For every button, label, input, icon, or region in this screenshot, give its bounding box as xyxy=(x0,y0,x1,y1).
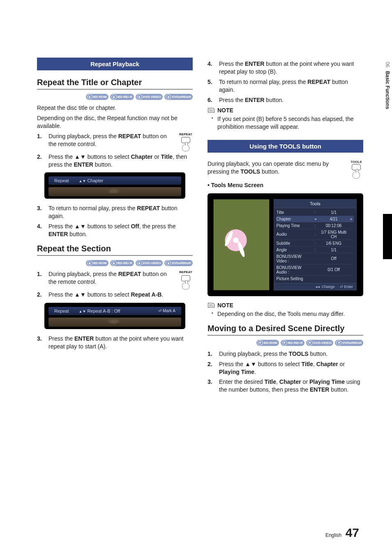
tools-row-label: BONUSVIEW Audio : xyxy=(277,265,312,274)
steps-list: 1. REPEAT During playback, press the REP… xyxy=(37,270,193,299)
osd-label: Repeat xyxy=(54,309,69,313)
disc-badge: BD-ROM xyxy=(86,260,108,266)
step-item: 3. Press the ENTER button at the point w… xyxy=(37,335,193,350)
tools-row-label: Angle xyxy=(277,248,312,252)
step-item: 3. Enter the desired Title, Chapter or P… xyxy=(208,378,363,394)
tools-row-value: 00:12:06 xyxy=(318,223,349,228)
step-item: 2. Press the ▲▼ buttons to select Title,… xyxy=(208,360,363,376)
tools-row: Title:1/1 xyxy=(277,209,354,216)
heading-repeat-section: Repeat the Section xyxy=(37,244,193,253)
step-item: 1. During playback, press the TOOLS butt… xyxy=(208,350,363,358)
osd-value: Repeat A-B : Off xyxy=(87,309,120,313)
enter-icon: ⏎ xyxy=(158,309,161,313)
tools-row-label: Picture Setting xyxy=(277,276,312,281)
osd-video-strip xyxy=(48,318,181,327)
section-title: Basic Functions xyxy=(385,71,390,109)
section-banner: Repeat Playback xyxy=(37,58,193,70)
note-heading: NOTE xyxy=(208,302,363,309)
tools-row-value: 4/21 xyxy=(318,217,349,221)
left-arrow-icon: : xyxy=(314,241,317,245)
video-preview-flower xyxy=(213,199,270,290)
enter-icon: ⏎ xyxy=(340,285,343,289)
intro-text: During playback, you can operate disc me… xyxy=(208,160,363,176)
page-footer: English 47 xyxy=(325,526,359,540)
note-item: If you set point (B) before 5 seconds ha… xyxy=(217,115,363,131)
disc-badge: DVD-VIDEO xyxy=(306,340,333,346)
section-number: 06 xyxy=(385,62,390,67)
left-arrow-icon: : xyxy=(314,223,317,227)
tools-row-value: 1/7 ENG Multi CH xyxy=(318,230,349,239)
tools-row-value: Off xyxy=(318,256,349,261)
steps-list: 1. During playback, press the TOOLS butt… xyxy=(208,350,363,394)
disc-badge: DVD±RW/±R xyxy=(164,260,193,266)
tools-row: BONUSVIEW Video :Off xyxy=(277,253,354,265)
disc-type-badges: BD-ROM BD-RE/-R DVD-VIDEO DVD±RW/±R xyxy=(37,94,193,100)
leftright-arrows-icon: ◂ ▸ xyxy=(316,285,321,289)
disc-badge: BD-RE/-R xyxy=(281,340,304,346)
note-icon xyxy=(208,107,215,113)
tools-row-label: Chapter xyxy=(277,217,312,221)
osd-enter-label: Mark A xyxy=(163,309,175,313)
step-item: 4. Press the ENTER button at the point w… xyxy=(208,60,363,76)
step-item: 6. Press the ENTER button. xyxy=(208,96,363,104)
tools-row: Subtitle:1/6 ENG xyxy=(277,240,354,247)
left-arrow-icon: : xyxy=(314,248,317,252)
step-item: 4. Press the ▲▼ buttons to select Off, t… xyxy=(37,223,193,238)
tools-row-label: Audio xyxy=(277,232,312,237)
disc-badge: BD-RE/-R xyxy=(110,260,134,266)
step-item: 1. REPEAT During playback, press the REP… xyxy=(37,132,193,151)
tools-row-value: 1/1 xyxy=(318,248,349,252)
step-item: 5. To return to normal play, press the R… xyxy=(208,78,363,94)
tools-menu-heading: • Tools Menu Screen xyxy=(208,181,363,189)
heading-repeat-title-chapter: Repeat the Title or Chapter xyxy=(37,78,193,87)
disc-badge: DVD-VIDEO xyxy=(136,260,163,266)
osd-value: Chapter xyxy=(87,178,103,183)
section-side-tab: 06 Basic Functions xyxy=(383,60,392,111)
section-banner: Using the TOOLS button xyxy=(208,140,363,153)
tools-button-icon: TOOLS xyxy=(349,160,363,178)
tools-row: Chapter◂4/21▸ xyxy=(277,216,354,223)
heading-desired-scene: Moving to a Desired Scene Directly xyxy=(208,324,363,333)
note-list: If you set point (B) before 5 seconds ha… xyxy=(208,115,363,131)
heading-rule xyxy=(208,335,363,336)
tools-row: Playing Time:00:12:06 xyxy=(277,223,354,229)
tools-row-value: 0/1 Off xyxy=(318,267,349,272)
osd-video-strip xyxy=(48,187,181,196)
left-arrow-icon: : xyxy=(314,232,317,237)
heading-rule xyxy=(37,89,193,90)
step-item: 3. To return to normal play, press the R… xyxy=(37,204,193,220)
updown-arrows-icon: ▲▼ xyxy=(78,309,86,313)
step-item: 2. Press the ▲▼ buttons to select Repeat… xyxy=(37,291,193,299)
footer-language: English xyxy=(325,532,341,538)
tools-row: Audio:1/7 ENG Multi CH xyxy=(277,229,354,240)
right-arrow-icon: ▸ xyxy=(350,217,354,221)
heading-rule xyxy=(37,255,193,256)
disc-badge: DVD±RW/±R xyxy=(164,94,193,100)
tools-row-label: Title xyxy=(277,210,312,215)
updown-arrows-icon: ▲▼ xyxy=(78,179,86,183)
disc-badge: BD-ROM xyxy=(256,340,279,346)
steps-list: 3. Press the ENTER button at the point w… xyxy=(37,335,193,350)
repeat-button-icon: REPEAT xyxy=(179,132,193,151)
tools-panel: Tools Title:1/1Chapter◂4/21▸Playing Time… xyxy=(274,199,357,290)
tools-row-value: 1/1 xyxy=(318,210,349,215)
tools-panel-footer: ◂ ▸ Change ⏎ Enter xyxy=(274,283,356,290)
step-item: 1. REPEAT During playback, press the REP… xyxy=(37,270,193,288)
note-list: Depending on the disc, the Tools menu ma… xyxy=(208,310,363,318)
right-column: 4. Press the ENTER button at the point w… xyxy=(208,58,363,396)
tools-row-value: 1/6 ENG xyxy=(318,241,349,246)
left-column: Repeat Playback Repeat the Title or Chap… xyxy=(37,58,193,396)
osd-label: Repeat xyxy=(54,178,69,183)
osd-repeat-ab: Repeat ▲▼ Repeat A-B : Off ⏎ Mark A xyxy=(44,303,185,329)
tools-rows: Title:1/1Chapter◂4/21▸Playing Time:00:12… xyxy=(274,208,356,283)
tools-panel-title: Tools xyxy=(274,200,356,208)
tools-row: BONUSVIEW Audio :0/1 Off xyxy=(277,265,354,276)
repeat-button-icon: REPEAT xyxy=(179,270,193,288)
page-number: 47 xyxy=(346,526,359,539)
tools-menu-figure: Tools Title:1/1Chapter◂4/21▸Playing Time… xyxy=(208,193,363,296)
manual-page: 06 Basic Functions Repeat Playback Repea… xyxy=(0,0,392,557)
intro-text: Depending on the disc, the Repeat functi… xyxy=(37,114,193,130)
tools-row-label: BONUSVIEW Video : xyxy=(277,254,312,263)
osd-repeat-chapter: Repeat ▲▼ Chapter xyxy=(44,172,185,199)
tools-row: Angle:1/1 xyxy=(277,247,354,253)
